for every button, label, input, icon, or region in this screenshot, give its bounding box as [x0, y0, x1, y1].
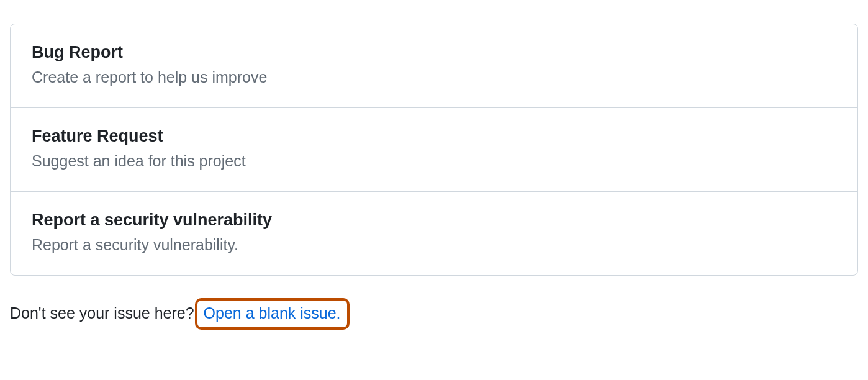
template-title: Bug Report — [32, 43, 836, 62]
template-title: Feature Request — [32, 127, 836, 146]
template-description: Report a security vulnerability. — [32, 236, 836, 254]
template-list: Bug Report Create a report to help us im… — [10, 24, 858, 276]
open-blank-issue-link[interactable]: Open a blank issue. — [195, 298, 350, 330]
footer-prompt-row: Don't see your issue here? Open a blank … — [10, 298, 858, 330]
footer-prompt-text: Don't see your issue here? — [10, 304, 194, 322]
issue-template-chooser: Bug Report Create a report to help us im… — [0, 24, 868, 330]
template-title: Report a security vulnerability — [32, 210, 836, 230]
template-description: Suggest an idea for this project — [32, 152, 836, 170]
template-item-security-vulnerability[interactable]: Report a security vulnerability Report a… — [11, 192, 857, 275]
template-item-bug-report[interactable]: Bug Report Create a report to help us im… — [11, 24, 857, 108]
template-description: Create a report to help us improve — [32, 68, 836, 86]
template-item-feature-request[interactable]: Feature Request Suggest an idea for this… — [11, 108, 857, 192]
